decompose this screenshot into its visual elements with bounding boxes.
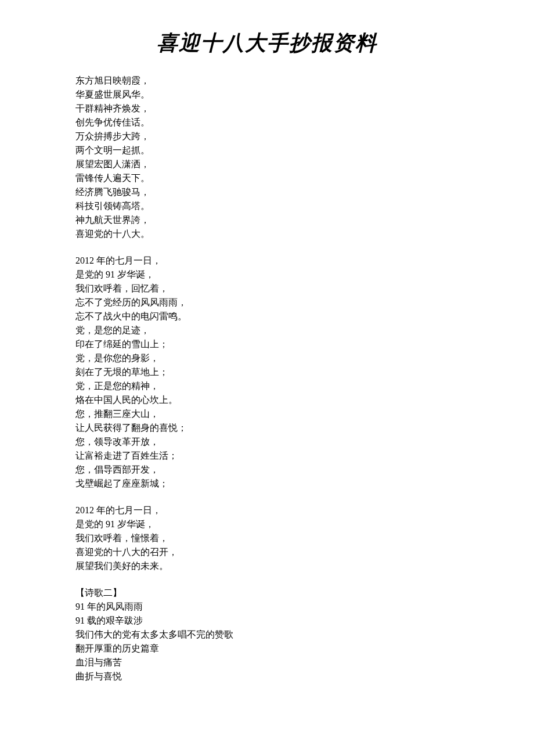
poem-line: 雷锋传人遍天下。 xyxy=(75,171,459,185)
poem-line: 您，推翻三座大山， xyxy=(75,407,459,421)
poem-line: 让人民获得了翻身的喜悦； xyxy=(75,421,459,435)
poem-line: 是党的 91 岁华诞， xyxy=(75,517,459,531)
poem-line: 刻在了无垠的草地上； xyxy=(75,365,459,379)
poem-line: 2012 年的七月一日， xyxy=(75,503,459,517)
poem-line: 创先争优传佳话。 xyxy=(75,116,459,129)
poem-line: 是党的 91 岁华诞， xyxy=(75,268,459,282)
poem-line: 血泪与痛苦 xyxy=(75,656,459,669)
poem-line: 我们欢呼着，憧憬着， xyxy=(75,531,459,545)
poem-line: 【诗歌二】 xyxy=(75,586,459,600)
poem-line: 喜迎党的十八大。 xyxy=(75,227,459,241)
document-title: 喜迎十八大手抄报资料 xyxy=(0,29,534,57)
poem-line: 曲折与喜悦 xyxy=(75,669,459,683)
poem-line: 科技引领铸高塔。 xyxy=(75,199,459,213)
poem-line: 万众拚搏步大跨， xyxy=(75,129,459,143)
poem-line: 两个文明一起抓。 xyxy=(75,143,459,157)
poem-line: 经济腾飞驰骏马， xyxy=(75,185,459,199)
poem-line: 展望宏图人潇洒， xyxy=(75,157,459,171)
poem-line: 华夏盛世展风华。 xyxy=(75,88,459,102)
poem-line: 您，倡导西部开发， xyxy=(75,463,459,477)
poem-line: 烙在中国人民的心坎上。 xyxy=(75,393,459,407)
poem-line: 干群精神齐焕发， xyxy=(75,102,459,116)
poem-line: 印在了绵延的雪山上； xyxy=(75,337,459,351)
document-page: 喜迎十八大手抄报资料 东方旭日映朝霞，华夏盛世展风华。干群精神齐焕发，创先争优传… xyxy=(0,29,534,683)
poem-line: 我们伟大的党有太多太多唱不完的赞歌 xyxy=(75,628,459,642)
poem-line: 翻开厚重的历史篇章 xyxy=(75,642,459,656)
poem-line: 忘不了战火中的电闪雷鸣。 xyxy=(75,309,459,323)
poem-line: 党，是你您的身影， xyxy=(75,351,459,365)
poem-line: 东方旭日映朝霞， xyxy=(75,74,459,88)
poem-line: 91 载的艰辛跋涉 xyxy=(75,614,459,628)
poem-line: 91 年的风风雨雨 xyxy=(75,600,459,614)
document-content: 东方旭日映朝霞，华夏盛世展风华。干群精神齐焕发，创先争优传佳话。万众拚搏步大跨，… xyxy=(0,74,534,683)
poem-line: 神九航天世界誇， xyxy=(75,213,459,227)
poem-line: 2012 年的七月一日， xyxy=(75,254,459,268)
poem-line: 忘不了党经历的风风雨雨， xyxy=(75,296,459,309)
poem-line: 让富裕走进了百姓生活； xyxy=(75,449,459,463)
stanza: 【诗歌二】91 年的风风雨雨91 载的艰辛跋涉我们伟大的党有太多太多唱不完的赞歌… xyxy=(75,586,459,683)
poem-line: 党，是您的足迹， xyxy=(75,323,459,337)
stanza: 2012 年的七月一日，是党的 91 岁华诞，我们欢呼着，回忆着，忘不了党经历的… xyxy=(75,254,459,491)
poem-line: 党，正是您的精神， xyxy=(75,379,459,393)
stanza: 2012 年的七月一日，是党的 91 岁华诞，我们欢呼着，憧憬着，喜迎党的十八大… xyxy=(75,503,459,573)
poem-line: 您，领导改革开放， xyxy=(75,435,459,449)
poem-line: 喜迎党的十八大的召开， xyxy=(75,545,459,559)
stanza: 东方旭日映朝霞，华夏盛世展风华。干群精神齐焕发，创先争优传佳话。万众拚搏步大跨，… xyxy=(75,74,459,241)
poem-line: 戈壁崛起了座座新城； xyxy=(75,477,459,491)
poem-line: 我们欢呼着，回忆着， xyxy=(75,282,459,296)
poem-line: 展望我们美好的未来。 xyxy=(75,559,459,573)
